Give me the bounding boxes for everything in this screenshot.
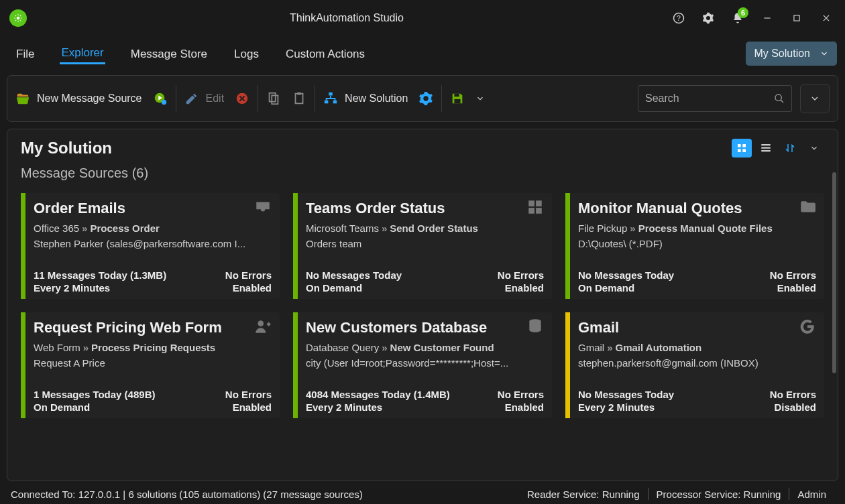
- edit-button[interactable]: Edit: [184, 91, 225, 106]
- tile-schedule: On Demand: [306, 282, 362, 294]
- tile-schedule: Every 2 Minutes: [578, 401, 655, 413]
- tile-state: Enabled: [505, 282, 544, 294]
- tile-messages: 1 Messages Today (489B): [34, 389, 155, 400]
- message-source-tile[interactable]: Order Emails Office 365»Process Order St…: [21, 193, 280, 299]
- menu-file[interactable]: File: [15, 44, 36, 64]
- svg-rect-9: [272, 95, 278, 104]
- help-icon[interactable]: ?: [667, 6, 691, 30]
- paste-icon[interactable]: [292, 91, 306, 106]
- svg-rect-28: [536, 208, 542, 214]
- close-button[interactable]: [814, 6, 838, 30]
- tile-errors: No Errors: [770, 389, 816, 400]
- svg-point-17: [775, 94, 781, 101]
- svg-rect-26: [536, 200, 542, 206]
- new-message-source-button[interactable]: New Message Source: [15, 91, 142, 106]
- svg-rect-4: [794, 15, 799, 21]
- notification-badge: 6: [738, 7, 748, 18]
- svg-rect-25: [528, 200, 534, 206]
- inbox-icon: [254, 198, 272, 218]
- scrollbar-thumb[interactable]: [832, 172, 836, 373]
- tile-status-bar: [565, 193, 570, 299]
- tile-messages: 11 Messages Today (1.3MB): [34, 269, 166, 281]
- grid-view-button[interactable]: [732, 139, 752, 158]
- svg-rect-15: [455, 94, 459, 97]
- new-message-source-label: New Message Source: [37, 92, 142, 105]
- message-source-tile[interactable]: Request Pricing Web Form Web Form»Proces…: [21, 312, 280, 418]
- search-placeholder: Search: [645, 92, 767, 105]
- svg-point-6: [161, 100, 166, 105]
- solution-dropdown[interactable]: My Solution: [746, 42, 837, 66]
- tile-messages: No Messages Today: [578, 389, 674, 400]
- hierarchy-icon: [323, 91, 338, 106]
- folder-icon: [799, 198, 816, 218]
- panel-title: My Solution: [21, 139, 112, 158]
- svg-rect-22: [761, 144, 771, 145]
- tile-title: Monitor Manual Quotes: [578, 200, 742, 217]
- statusbar: Connected To: 127.0.0.1 | 6 solutions (1…: [0, 484, 845, 504]
- minimize-button[interactable]: [755, 6, 779, 30]
- search-input[interactable]: Search: [638, 85, 792, 112]
- tile-status-bar: [21, 193, 25, 299]
- menu-logs[interactable]: Logs: [233, 44, 260, 64]
- svg-rect-16: [455, 99, 461, 103]
- tile-detail-line: Orders team: [306, 238, 544, 249]
- svg-rect-20: [738, 149, 741, 152]
- tile-title: Teams Order Status: [306, 200, 445, 217]
- svg-rect-8: [270, 93, 276, 102]
- bell-icon[interactable]: 6: [726, 6, 750, 30]
- toolbar: New Message Source Edit New Solution: [7, 75, 838, 122]
- chevron-down-icon[interactable]: [475, 94, 485, 103]
- new-solution-label: New Solution: [345, 92, 408, 105]
- tile-grid: Order Emails Office 365»Process Order St…: [21, 193, 824, 418]
- message-source-tile[interactable]: Gmail Gmail»Gmail Automation stephen.par…: [565, 312, 824, 418]
- tile-state: Enabled: [777, 282, 816, 294]
- tile-status-bar: [565, 312, 570, 418]
- svg-rect-21: [742, 149, 746, 152]
- message-source-tile[interactable]: Teams Order Status Microsoft Teams»Send …: [293, 193, 552, 299]
- sort-button[interactable]: [780, 139, 800, 158]
- view-controls: [732, 139, 824, 158]
- copy-icon[interactable]: [266, 91, 281, 106]
- play-gear-icon[interactable]: [153, 91, 168, 106]
- message-source-tile[interactable]: New Customers Database Database Query»Ne…: [293, 312, 552, 418]
- tile-detail-line: city (User Id=root;Password=*********;Ho…: [306, 357, 544, 369]
- tile-title: New Customers Database: [306, 319, 487, 336]
- app-icon: [9, 9, 27, 27]
- maximize-button[interactable]: [785, 6, 809, 30]
- save-icon[interactable]: [450, 91, 465, 106]
- tile-state: Enabled: [233, 401, 272, 413]
- svg-rect-14: [333, 101, 337, 104]
- toolbar-overflow-button[interactable]: [800, 84, 830, 113]
- svg-rect-13: [325, 101, 329, 104]
- svg-rect-3: [764, 17, 770, 18]
- sort-dropdown[interactable]: [804, 139, 824, 158]
- menu-explorer[interactable]: Explorer: [60, 42, 105, 64]
- folder-open-icon: [15, 91, 30, 106]
- tile-status-bar: [293, 312, 298, 418]
- svg-rect-19: [742, 144, 746, 147]
- tile-schedule: On Demand: [34, 401, 90, 413]
- tile-detail-line: D:\Quotes\ (*.PDF): [578, 238, 816, 249]
- svg-rect-12: [329, 92, 333, 96]
- tile-source-line: File Pickup»Process Manual Quote Files: [578, 223, 816, 234]
- solution-dropdown-label: My Solution: [754, 48, 810, 60]
- tile-messages: No Messages Today: [306, 269, 402, 281]
- list-view-button[interactable]: [756, 139, 776, 158]
- message-source-tile[interactable]: Monitor Manual Quotes File Pickup»Proces…: [565, 193, 824, 299]
- tile-source-line: Web Form»Process Pricing Requests: [34, 342, 272, 353]
- delete-icon[interactable]: [235, 91, 249, 106]
- tile-schedule: Every 2 Minutes: [34, 282, 110, 294]
- tile-messages: 4084 Messages Today (1.4MB): [306, 389, 450, 400]
- new-solution-button[interactable]: New Solution: [323, 91, 408, 106]
- pencil-icon: [184, 91, 199, 106]
- gear-icon[interactable]: [696, 6, 720, 30]
- search-icon: [774, 93, 785, 104]
- status-processor: Processor Service: Running: [649, 489, 789, 500]
- menu-message-store[interactable]: Message Store: [129, 44, 209, 64]
- solution-gear-icon[interactable]: [418, 91, 433, 106]
- tile-schedule: On Demand: [578, 282, 634, 294]
- menu-custom-actions[interactable]: Custom Actions: [284, 44, 366, 64]
- tile-state: Disabled: [774, 401, 816, 413]
- tile-detail-line: Request A Price: [34, 357, 272, 369]
- tile-title: Order Emails: [34, 200, 125, 217]
